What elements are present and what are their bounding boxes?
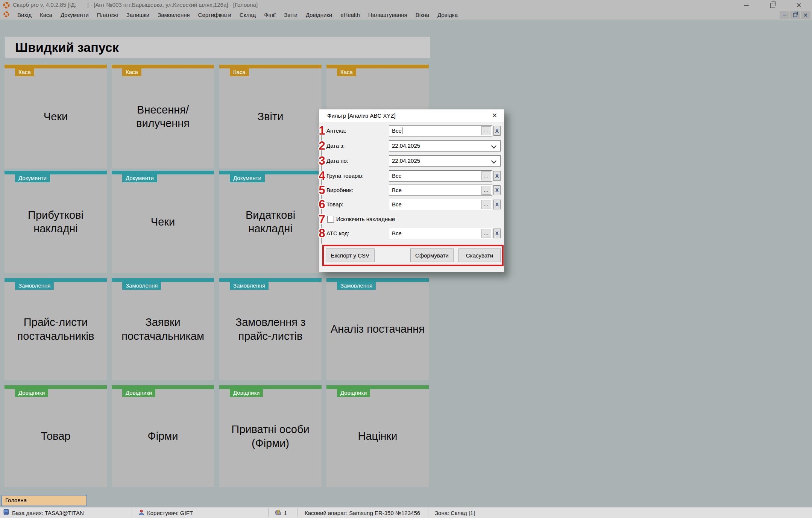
mdi-minimize-button[interactable] <box>780 11 789 19</box>
menu-item-9[interactable]: Філії <box>260 11 280 20</box>
lookup-more-button[interactable]: … <box>481 126 491 135</box>
launch-tile[interactable]: ЗамовленняПрайс-листи постачальників <box>5 278 107 380</box>
status-segment: База даних: TASA3@TITAN <box>3 507 84 518</box>
menu-item-14[interactable]: Вікна <box>411 11 434 20</box>
lookup-input[interactable]: Все… <box>389 228 492 239</box>
lookup-more-button[interactable]: … <box>481 200 491 209</box>
minimize-button[interactable] <box>739 0 753 11</box>
lookup-more-button[interactable]: … <box>481 186 491 195</box>
minimize-icon <box>744 5 749 6</box>
menu-item-6[interactable]: Замовлення <box>153 11 194 20</box>
annotation-number-5: 5 <box>315 183 329 197</box>
date-value: 22.04.2025 <box>392 142 420 149</box>
field-control: Все…X <box>389 170 501 182</box>
status-segment: Користувач: GIFT <box>138 507 193 518</box>
restore-icon <box>770 3 775 8</box>
launch-tile[interactable]: ДовідникиФірми <box>112 385 214 487</box>
mdi-restore-button[interactable] <box>790 11 800 19</box>
close-button[interactable]: ✕ <box>792 0 806 11</box>
lookup-input[interactable]: Все… <box>389 185 492 196</box>
export-csv-button[interactable]: Експорт у CSV <box>326 248 375 262</box>
launch-tile[interactable]: ДокументиВидаткові накладні <box>219 171 322 273</box>
menu-item-12[interactable]: eHealth <box>336 11 364 20</box>
launch-tile[interactable]: ДовідникиТовар <box>5 385 107 487</box>
field-control: 22.04.2025 <box>389 140 501 151</box>
page-title: Швидкий запуск <box>5 37 430 58</box>
field-label: ATC код: <box>326 228 349 239</box>
status-text: 1 <box>284 510 287 516</box>
lookup-clear-button[interactable]: X <box>493 171 501 181</box>
status-text: База даних: TASA3@TITAN <box>12 510 84 516</box>
dialog-field-row: ATC код:Все…X <box>319 228 504 239</box>
lookup-clear-button[interactable]: X <box>493 200 501 209</box>
launch-tile[interactable]: ЗамовленняАналіз постачання <box>326 278 429 380</box>
launch-tile[interactable]: КасаЧеки <box>5 65 107 168</box>
launch-tile[interactable]: КасаВнесення/вилучення <box>112 65 214 168</box>
menu-item-4[interactable]: Платежі <box>93 11 122 20</box>
lookup-input[interactable]: Все… <box>389 170 492 182</box>
lookup-clear-button[interactable]: X <box>493 126 501 136</box>
dialog-field-row: Аптека:Все…X <box>319 125 504 136</box>
date-select[interactable]: 22.04.2025 <box>389 155 501 167</box>
launch-tile[interactable]: ДокументиЧеки <box>112 171 214 273</box>
tile-label: Звіти <box>219 65 322 168</box>
tab-holovna[interactable]: Головна <box>2 495 87 506</box>
lookup-more-button[interactable]: … <box>481 171 491 180</box>
tile-label: Прибуткові накладні <box>5 171 107 273</box>
field-label: Аптека: <box>326 125 346 136</box>
mdi-close-button[interactable]: ✕ <box>801 11 810 19</box>
launch-tile[interactable]: ДовідникиНацінки <box>326 385 429 487</box>
launch-tile[interactable]: КасаЗвіти <box>219 65 322 168</box>
dialog-field-row: Товар:Все…X <box>319 199 504 210</box>
lookup-value: Все <box>392 127 402 134</box>
minimize-icon <box>783 15 786 15</box>
menu-item-8[interactable]: Склад <box>235 11 260 20</box>
lookup-input[interactable]: Все… <box>389 199 492 210</box>
date-select[interactable]: 22.04.2025 <box>389 140 501 151</box>
launch-tile[interactable]: ДовідникиПриватні особи (Фірми) <box>219 385 322 487</box>
menu-item-1[interactable]: Вихід <box>13 11 36 20</box>
tile-label: Фірми <box>112 385 214 487</box>
date-value: 22.04.2025 <box>392 158 420 164</box>
status-text: Зона: Склад [1] <box>435 510 475 516</box>
tab-label: Головна <box>5 497 27 503</box>
checkbox-label: Исключить накладные <box>336 214 395 225</box>
launch-tile[interactable]: ЗамовленняЗамовлення з прайс-листів <box>219 278 322 380</box>
menu-item-5[interactable]: Залишки <box>122 11 154 20</box>
launch-tile[interactable]: ДокументиПрибуткові накладні <box>5 171 107 273</box>
menu-item-11[interactable]: Довідники <box>302 11 336 20</box>
cash-register-icon <box>275 509 281 516</box>
quick-launch-header: Швидкий запуск <box>5 37 430 58</box>
menu-item-15[interactable]: Довідка <box>433 11 462 20</box>
field-control: Все…X <box>389 199 501 210</box>
menu-item-7[interactable]: Сертифікати <box>194 11 235 20</box>
lookup-clear-button[interactable]: X <box>493 229 501 238</box>
launch-tile[interactable]: ЗамовленняЗаявки постачальникам <box>112 278 214 380</box>
dialog-field-row: Дата з:22.04.2025 <box>319 140 504 151</box>
generate-button[interactable]: Сформувати <box>410 248 454 262</box>
status-text: Касовий апарат: Samsung ER-350 №123456 <box>305 510 420 516</box>
menu-item-3[interactable]: Документи <box>56 11 93 20</box>
close-icon: ✕ <box>492 112 497 120</box>
tile-label: Товар <box>5 385 107 487</box>
status-segment: Зона: Склад [1] <box>435 507 475 518</box>
lookup-clear-button[interactable]: X <box>493 185 501 195</box>
database-icon <box>3 509 9 516</box>
lookup-more-button[interactable]: … <box>481 229 491 238</box>
status-separator <box>428 508 428 517</box>
menu-item-2[interactable]: Каса <box>36 11 56 20</box>
chevron-down-icon <box>491 143 496 148</box>
dialog-close-button[interactable]: ✕ <box>489 109 500 122</box>
tile-label: Видаткові накладні <box>219 171 322 273</box>
tile-label: Чеки <box>112 171 214 273</box>
lookup-input[interactable]: Все… <box>389 125 492 136</box>
annotation-number-2: 2 <box>315 139 329 153</box>
field-control: 22.04.2025 <box>389 155 501 167</box>
restore-button[interactable] <box>766 0 779 11</box>
cancel-button[interactable]: Скасувати <box>458 248 501 262</box>
lookup-value: Все <box>392 173 402 179</box>
status-text: Користувач: GIFT <box>147 510 193 516</box>
menu-item-13[interactable]: Налаштування <box>364 11 411 20</box>
statusbar: База даних: TASA3@TITANКористувач: GIFT1… <box>0 507 812 518</box>
menu-item-10[interactable]: Звіти <box>280 11 302 20</box>
